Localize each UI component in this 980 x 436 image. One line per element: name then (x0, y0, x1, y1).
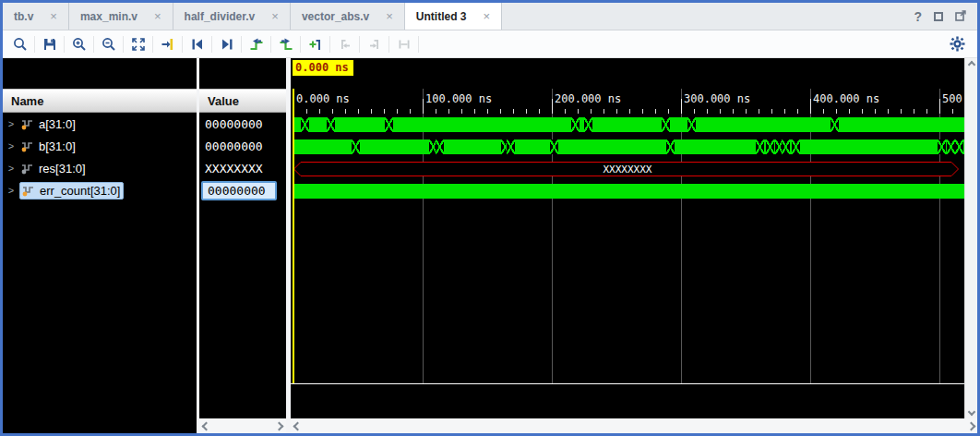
bus-value-bar (293, 139, 964, 154)
scroll-left-icon[interactable] (202, 421, 211, 430)
go-to-time-cursor-icon[interactable] (155, 33, 180, 55)
zoom-in-icon[interactable] (66, 33, 91, 55)
toolbar-separator (64, 36, 65, 53)
tab-vector_abs.v[interactable]: vector_abs.v × (291, 3, 405, 30)
ruler-minor-tick (655, 109, 656, 114)
ruler-minor-tick (591, 109, 592, 114)
time-cursor-line[interactable] (293, 89, 294, 383)
maximize-icon[interactable] (934, 12, 943, 21)
scroll-right-icon[interactable] (966, 421, 975, 430)
scroll-up-icon[interactable] (967, 61, 974, 68)
toolbar-separator (359, 36, 360, 53)
find-icon[interactable] (7, 33, 32, 55)
help-icon[interactable]: ? (914, 9, 922, 24)
ruler-minor-tick (500, 109, 501, 114)
ruler-major-tick (423, 99, 424, 114)
expand-arrow-icon[interactable]: > (3, 163, 19, 174)
expand-arrow-icon[interactable]: > (3, 118, 19, 129)
bus-transition-mark (792, 139, 800, 154)
wave-horizontal-scrollbar[interactable] (291, 418, 964, 433)
ruler-minor-tick (539, 109, 540, 114)
cursor-time-badge[interactable]: 0.000 ns (293, 60, 353, 76)
name-panel-spacer (3, 58, 197, 89)
signal-row-err_count[interactable]: > err_count[31:0] (3, 179, 197, 201)
expand-arrow-icon[interactable]: > (3, 140, 19, 151)
close-icon[interactable]: × (154, 9, 161, 23)
wave-row-b[31:0][interactable] (291, 136, 964, 158)
scroll-right-icon[interactable] (275, 421, 284, 430)
signal-row-b[interactable]: > b[31:0] (3, 135, 197, 157)
name-column-header: Name (3, 89, 197, 113)
tab-tb.v[interactable]: tb.v × (3, 3, 69, 30)
previous-edge-icon[interactable] (244, 33, 269, 55)
waveform-canvas[interactable]: 0.000 ns 0.000 ns100.000 ns200.000 ns300… (291, 58, 964, 418)
ruler-minor-tick (862, 109, 863, 114)
next-edge-icon[interactable] (273, 33, 298, 55)
expand-arrow-icon[interactable]: > (3, 185, 19, 196)
tab-label: tb.v (14, 10, 33, 23)
tab-untitled-3[interactable]: Untitled 3 × (405, 3, 502, 30)
tab-max_min.v[interactable]: max_min.v × (69, 3, 173, 30)
signal-name: a[31:0] (39, 117, 76, 131)
signal-row-res[interactable]: > res[31:0] (3, 157, 197, 179)
bus-signal-icon (20, 118, 34, 130)
signal-name: b[31:0] (39, 139, 76, 153)
tab-label: max_min.v (80, 10, 137, 23)
toolbar-separator (34, 36, 35, 53)
scrollbar-corner[interactable] (964, 418, 977, 433)
toolbar-separator (182, 36, 183, 53)
zoom-fit-icon[interactable] (125, 33, 150, 55)
ruler-major-tick (552, 99, 553, 114)
selected-value-box[interactable]: 00000000 (201, 181, 277, 200)
ruler-minor-tick (797, 109, 798, 114)
bus-value-bar (293, 184, 964, 199)
ruler-major-tick (681, 99, 682, 114)
window-controls: ? (902, 3, 977, 30)
bus-transition-mark (662, 117, 670, 132)
tab-label: Untitled 3 (416, 10, 467, 23)
ruler-minor-tick (771, 109, 772, 114)
ruler-time-label: 200.000 ns (555, 92, 621, 105)
ruler-minor-tick (384, 109, 385, 114)
close-icon[interactable]: × (50, 9, 57, 23)
scroll-left-icon[interactable] (293, 421, 303, 430)
next-transition-icon[interactable] (214, 33, 239, 55)
bus-transition-mark (584, 117, 592, 132)
signal-row-a[interactable]: > a[31:0] (3, 113, 197, 135)
bus-transition-mark (301, 117, 309, 132)
ruler-minor-tick (358, 109, 359, 114)
signal-name-rows: > a[31:0] > b[31:0] > (3, 113, 197, 433)
close-icon[interactable]: × (386, 9, 393, 23)
bus-signal-icon (20, 163, 34, 175)
previous-transition-icon[interactable] (185, 33, 209, 55)
ruler-minor-tick (436, 109, 436, 114)
wave-row-err_count[31:0][interactable] (291, 180, 964, 202)
tab-half_divider.v[interactable]: half_divider.v × (173, 3, 291, 30)
value-cell-res[interactable]: XXXXXXXX (199, 157, 286, 179)
value-cell-a[interactable]: 00000000 (199, 113, 286, 135)
toolbar-separator (388, 36, 389, 53)
ruler-minor-tick (849, 109, 850, 114)
save-waveform-icon[interactable] (37, 33, 62, 55)
wave-toolbar (3, 30, 977, 58)
add-marker-icon[interactable] (303, 33, 328, 55)
next-marker-icon (362, 33, 387, 55)
value-cell-err_count[interactable]: 00000000 (199, 179, 286, 201)
value-horizontal-scrollbar[interactable] (199, 418, 286, 433)
zoom-out-icon[interactable] (96, 33, 121, 55)
wave-row-res[31:0][interactable]: XXXXXXXX (291, 158, 964, 180)
settings-gear-icon[interactable] (945, 33, 970, 55)
close-icon[interactable]: × (271, 9, 279, 23)
ruler-minor-tick (461, 109, 462, 114)
float-window-icon[interactable] (955, 8, 966, 25)
bus-transition-mark (436, 139, 444, 154)
wave-vertical-scrollbar[interactable] (964, 58, 977, 418)
ruler-minor-tick (616, 109, 617, 114)
close-icon[interactable]: × (484, 9, 491, 23)
scroll-down-icon[interactable] (967, 408, 974, 416)
wave-row-a[31:0][interactable] (291, 114, 964, 136)
bus-value-bar (293, 117, 964, 132)
value-cell-b[interactable]: 00000000 (199, 135, 286, 157)
ruler-minor-tick (836, 109, 837, 114)
toolbar-separator (329, 36, 330, 53)
